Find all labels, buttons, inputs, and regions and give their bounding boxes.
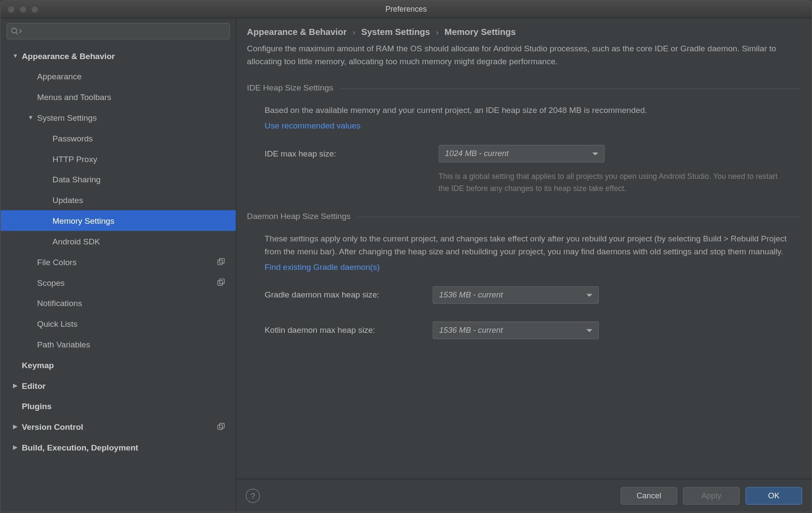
sidebar-item[interactable]: Updates	[0, 190, 236, 210]
chevron-right-icon: ▶	[13, 444, 19, 450]
sidebar-item[interactable]: Plugins	[0, 396, 236, 416]
gradle-heap-label: Gradle daemon max heap size:	[264, 289, 438, 302]
sidebar-item[interactable]: Notifications	[0, 293, 236, 313]
kotlin-heap-label: Kotlin daemon max heap size:	[264, 324, 438, 337]
sidebar-item-label: Memory Settings	[53, 216, 114, 225]
chevron-right-icon: ›	[352, 27, 355, 36]
ide-heap-label: IDE max heap size:	[264, 147, 438, 160]
chevron-down-icon: ▼	[28, 114, 34, 121]
sidebar-item-label: Version Control	[22, 422, 83, 432]
sidebar-item-label: Scopes	[37, 278, 65, 287]
sidebar-item-label: Build, Execution, Deployment	[22, 443, 138, 452]
dialog-footer: ? Cancel Apply OK	[236, 479, 812, 512]
project-scope-icon	[217, 422, 225, 431]
chevron-right-icon: ▶	[13, 423, 19, 430]
svg-rect-4	[218, 425, 223, 429]
preferences-window: Preferences ▼Appearance & BehaviorAppear…	[0, 0, 812, 512]
sidebar-item[interactable]: Memory Settings	[0, 210, 236, 231]
traffic-lights	[8, 6, 38, 13]
sidebar-item[interactable]: Keymap	[0, 354, 236, 375]
svg-rect-0	[218, 260, 223, 264]
sidebar-item-label: Updates	[53, 195, 83, 205]
search-input[interactable]	[6, 23, 230, 39]
sidebar-item-label: Data Sharing	[53, 175, 101, 184]
divider	[358, 216, 801, 217]
sidebar-item[interactable]: Path Variables	[0, 334, 236, 355]
ide-heap-hint: This is a global setting that applies to…	[264, 171, 789, 194]
section-ide-heap: IDE Heap Size Settings	[247, 82, 801, 95]
kotlin-heap-select[interactable]: 1536 MB - current	[433, 322, 599, 339]
sidebar-item[interactable]: Data Sharing	[0, 169, 236, 190]
breadcrumb-group: System Settings	[361, 26, 430, 36]
sidebar-item-label: File Colors	[37, 257, 76, 266]
sidebar-item-label: Menus and Toolbars	[37, 92, 111, 102]
sidebar-item[interactable]: ▼Appearance & Behavior	[0, 45, 236, 66]
sidebar-item[interactable]: Menus and Toolbars	[0, 87, 236, 107]
sidebar-item[interactable]: ▶Build, Execution, Deployment	[0, 437, 236, 458]
apply-button[interactable]: Apply	[683, 487, 740, 504]
sidebar-item-label: Appearance	[37, 72, 82, 81]
divider	[340, 88, 801, 89]
svg-rect-3	[220, 279, 224, 284]
ide-heap-select[interactable]: 1024 MB - current	[438, 145, 604, 163]
chevron-right-icon: ›	[436, 27, 438, 36]
sidebar-item[interactable]: HTTP Proxy	[0, 148, 236, 169]
section-daemon-heap: Daemon Heap Size Settings	[247, 210, 801, 223]
sidebar-item-label: Notifications	[37, 298, 82, 308]
sidebar-item[interactable]: ▶Editor	[0, 375, 236, 396]
sidebar-item-label: Editor	[22, 381, 46, 390]
daemon-desc: These settings apply only to the current…	[264, 233, 789, 258]
sidebar-item[interactable]: File Colors	[0, 251, 236, 272]
sidebar-item[interactable]: ▼System Settings	[0, 107, 236, 128]
sidebar-item-label: System Settings	[37, 113, 97, 122]
close-icon[interactable]	[8, 6, 15, 13]
sidebar-item[interactable]: Android SDK	[0, 231, 236, 251]
sidebar-item-label: Android SDK	[53, 236, 101, 246]
sidebar-item-label: Appearance & Behavior	[22, 51, 115, 60]
sidebar-item-label: Passwords	[53, 133, 93, 143]
chevron-down-icon: ▼	[13, 53, 19, 59]
sidebar-item[interactable]: ▶Version Control	[0, 416, 236, 437]
chevron-right-icon: ▶	[13, 382, 19, 389]
sidebar-item-label: Plugins	[22, 401, 52, 411]
section-title: Daemon Heap Size Settings	[247, 210, 350, 223]
settings-tree: ▼Appearance & BehaviorAppearanceMenus an…	[0, 44, 236, 512]
gradle-heap-select[interactable]: 1536 MB - current	[433, 286, 599, 304]
use-recommended-link[interactable]: Use recommended values	[264, 121, 360, 130]
window-title: Preferences	[0, 5, 812, 13]
breadcrumb-leaf: Memory Settings	[444, 26, 516, 36]
ide-desc: Based on the available memory and your c…	[264, 104, 789, 117]
sidebar-item[interactable]: Appearance	[0, 66, 236, 87]
breadcrumb-root: Appearance & Behavior	[247, 26, 346, 36]
sidebar-item-label: HTTP Proxy	[53, 154, 98, 163]
section-title: IDE Heap Size Settings	[247, 82, 333, 95]
intro-text: Configure the maximum amount of RAM the …	[247, 42, 789, 68]
main-panel: Appearance & Behavior › System Settings …	[236, 18, 812, 512]
sidebar-item-label: Quick Lists	[37, 319, 78, 328]
sidebar-item[interactable]: Scopes	[0, 272, 236, 293]
ok-button[interactable]: OK	[746, 487, 802, 504]
help-icon[interactable]: ?	[246, 488, 260, 503]
svg-rect-2	[218, 280, 223, 285]
minimize-icon[interactable]	[19, 6, 26, 13]
project-scope-icon	[217, 278, 225, 286]
svg-rect-5	[220, 423, 224, 428]
project-scope-icon	[217, 258, 225, 266]
sidebar-item-label: Keymap	[22, 360, 54, 369]
breadcrumb: Appearance & Behavior › System Settings …	[236, 18, 812, 42]
titlebar: Preferences	[0, 0, 812, 18]
sidebar: ▼Appearance & BehaviorAppearanceMenus an…	[0, 18, 236, 512]
cancel-button[interactable]: Cancel	[620, 487, 677, 504]
sidebar-item-label: Path Variables	[37, 339, 90, 349]
zoom-icon[interactable]	[31, 6, 38, 13]
sidebar-item[interactable]: Quick Lists	[0, 313, 236, 334]
find-daemons-link[interactable]: Find existing Gradle daemon(s)	[264, 262, 380, 271]
sidebar-item[interactable]: Passwords	[0, 128, 236, 148]
svg-rect-1	[220, 258, 224, 263]
